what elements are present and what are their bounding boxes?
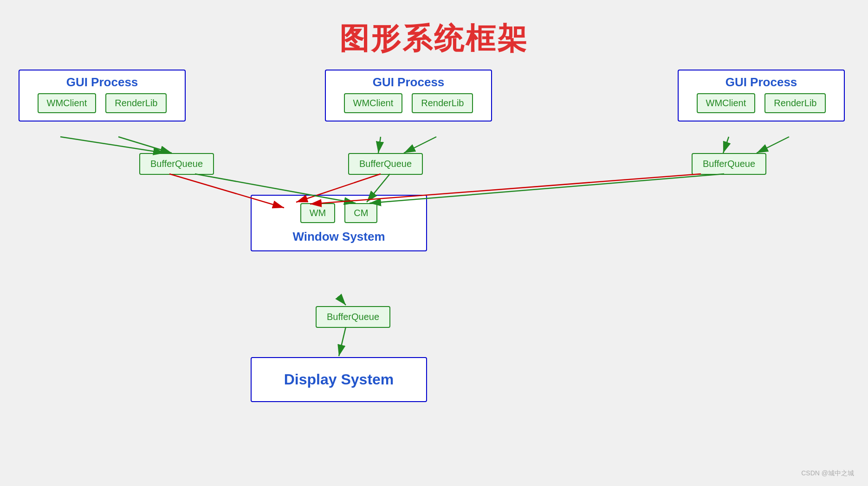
- svg-line-4: [378, 137, 381, 153]
- display-system-box: Display System: [251, 357, 427, 402]
- watermark: CSDN @城中之城: [801, 469, 854, 478]
- renderlib-3: RenderLib: [764, 93, 826, 113]
- renderlib-2: RenderLib: [412, 93, 473, 113]
- svg-line-2: [60, 137, 165, 153]
- gui-process-3: GUI Process WMClient RenderLib: [678, 70, 845, 122]
- wmclient-2: WMClient: [344, 93, 403, 113]
- renderlib-1: RenderLib: [105, 93, 167, 113]
- gui-process-1-label: GUI Process: [19, 70, 185, 93]
- wmclient-3: WMClient: [697, 93, 756, 113]
- gui-process-1: GUI Process WMClient RenderLib: [19, 70, 186, 122]
- svg-line-14: [339, 297, 346, 305]
- main-title: 图形系统框架: [0, 0, 868, 59]
- window-system-box: WM CM Window System: [251, 195, 427, 251]
- window-system-label: Window System: [252, 227, 426, 250]
- bufferqueue-bottom: BufferQueue: [316, 306, 390, 328]
- svg-line-6: [723, 137, 729, 153]
- svg-line-5: [404, 137, 436, 153]
- gui-process-3-label: GUI Process: [679, 70, 844, 93]
- bufferqueue-3: BufferQueue: [692, 153, 766, 175]
- bufferqueue-1: BufferQueue: [139, 153, 214, 175]
- display-system-label: Display System: [252, 358, 426, 401]
- wm-component: WM: [300, 203, 336, 223]
- diagram-container: GUI Process WMClient RenderLib GUI Proce…: [0, 60, 868, 486]
- arrows-svg: [0, 60, 868, 486]
- wmclient-1: WMClient: [38, 93, 97, 113]
- cm-component: CM: [344, 203, 377, 223]
- svg-line-3: [118, 137, 172, 153]
- svg-line-15: [339, 327, 346, 356]
- bufferqueue-2: BufferQueue: [348, 153, 423, 175]
- svg-line-7: [757, 137, 789, 153]
- gui-process-2-label: GUI Process: [326, 70, 491, 93]
- gui-process-2: GUI Process WMClient RenderLib: [325, 70, 492, 122]
